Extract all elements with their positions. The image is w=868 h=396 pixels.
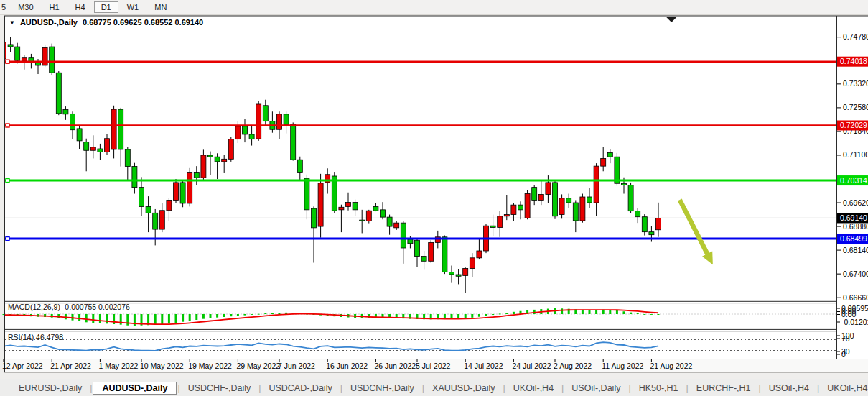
candlestick-up [594, 166, 599, 203]
macd-histogram-bar [168, 314, 170, 323]
macd-histogram-bar [126, 314, 129, 326]
macd-histogram-bar [85, 314, 88, 322]
macd-values: -0.000755 0.002076 [62, 303, 130, 311]
candlestick-down [408, 239, 413, 244]
symbol-tab-usoilh4[interactable]: USOil-,H4 [762, 382, 816, 395]
macd-histogram-bar [643, 314, 645, 315]
candlestick-down [63, 110, 68, 114]
candlestick-up [429, 242, 434, 261]
candlestick-down [387, 217, 392, 226]
date-label: 19 May 2022 [188, 362, 232, 370]
macd-histogram-bar [451, 314, 453, 319]
macd-histogram-bar [650, 314, 653, 315]
line-anchor-marker[interactable] [6, 179, 9, 183]
candlestick-down [50, 47, 55, 73]
macd-histogram-bar [478, 314, 480, 317]
candlestick-down [153, 213, 158, 229]
candlestick-down [8, 45, 13, 47]
candlestick-up [318, 183, 323, 226]
candlestick-down [607, 152, 612, 157]
candlestick-down [304, 178, 309, 210]
macd-histogram-bar [99, 314, 101, 323]
symbol-tab-ukoilh4[interactable]: UKOil-,H4 [506, 382, 561, 395]
symbol-tab-hk50h1[interactable]: HK50-,H1 [632, 382, 686, 395]
date-label: 7 Jun 2022 [278, 362, 315, 370]
rsi-axis-label: 70 [841, 334, 850, 343]
macd-label: MACD(12,26,9) -0.000755 0.002076 [8, 303, 130, 311]
candlestick-up [559, 198, 564, 215]
date-label: 29 May 2022 [236, 362, 280, 370]
candlestick-up [187, 173, 192, 203]
line-anchor-marker[interactable] [6, 237, 9, 241]
macd-histogram-bar [182, 314, 184, 322]
macd-histogram-bar [258, 314, 260, 315]
candlestick-down [622, 183, 627, 185]
symbol-tab-eurusddaily[interactable]: EURUSD-,Daily [11, 382, 89, 395]
symbol-tab-audusddaily[interactable]: AUDUSD-,Daily [93, 382, 177, 395]
date-label: 26 Jun 2022 [374, 362, 416, 370]
candlestick-down [373, 206, 378, 211]
candlestick-up [90, 147, 95, 150]
candlestick-down [70, 114, 75, 129]
candlestick-down [401, 223, 406, 248]
symbol-tab-ukoilh4[interactable]: UKOil-,H4 [820, 382, 868, 395]
candlestick-up [525, 194, 530, 218]
candlestick-down [139, 188, 144, 207]
candlestick-down [56, 73, 61, 114]
price-badge-label: 0.72029 [840, 121, 867, 129]
symbol-tab-usdchfdaily[interactable]: USDCHF-,Daily [181, 382, 258, 395]
candlestick-down [263, 106, 268, 121]
symbol-tab-usdcnhdaily[interactable]: USDCNH-,Daily [343, 382, 421, 395]
date-label: 10 May 2022 [140, 362, 184, 370]
candlestick-down [146, 206, 151, 213]
symbol-tab-usdcaddaily[interactable]: USDCAD-,Daily [261, 382, 339, 395]
candlestick-up [394, 223, 399, 228]
macd-histogram-bar [616, 310, 618, 314]
macd-histogram-bar [623, 311, 625, 314]
date-label: 16 Jun 2022 [326, 362, 368, 370]
candlestick-up [546, 183, 551, 195]
symbol-tab-eurchfh1[interactable]: EURCHF-,H1 [689, 382, 758, 395]
date-label: 11 Aug 2022 [602, 362, 643, 370]
candlestick-up [477, 251, 482, 258]
rsi-axis-label: 0 [841, 350, 846, 359]
macd-histogram-bar [561, 308, 563, 314]
line-anchor-marker[interactable] [6, 124, 9, 127]
macd-histogram-bar [106, 314, 108, 323]
candlestick-up [277, 114, 282, 129]
macd-histogram-bar [237, 314, 239, 316]
candlestick-down [532, 188, 537, 201]
candlestick-down [415, 240, 420, 256]
macd-histogram-bar [630, 313, 632, 314]
price-axis-label: 0.71100 [843, 150, 868, 159]
price-axis-label: 0.74780 [843, 32, 868, 41]
candlestick-down [77, 129, 82, 141]
candlestick-down [360, 220, 365, 221]
candlestick-up [470, 258, 475, 269]
symbol-tab-usoildaily[interactable]: USOil-,Daily [564, 382, 627, 395]
candlestick-up [346, 203, 351, 207]
chart-dropdown-icon[interactable]: ▼ [9, 19, 15, 26]
candlestick-down [490, 226, 495, 227]
price-badge-label: 0.74018 [840, 57, 867, 65]
price-axis-label: 0.69620 [843, 198, 868, 207]
symbol-tab-xauusddaily[interactable]: XAUUSD-,Daily [425, 382, 503, 395]
rsi-name: RSI(14) [8, 333, 34, 341]
price-axis-label: 0.67400 [843, 270, 868, 278]
candlestick-up [167, 200, 172, 210]
candlestick-down [36, 63, 41, 65]
candlestick-down [15, 47, 20, 60]
chart-symbol-label: AUDUSD-,Daily [20, 18, 78, 27]
candlestick-up [538, 194, 543, 200]
price-axis-label: 0.73320 [843, 79, 868, 88]
macd-histogram-bar [161, 314, 163, 324]
candlestick-up [580, 197, 585, 221]
rsi-label: RSI(14) 46.4798 [8, 333, 63, 341]
candlestick-down [421, 257, 426, 262]
macd-histogram-bar [533, 310, 536, 314]
macd-histogram-bar [589, 310, 591, 314]
macd-histogram-bar [223, 314, 225, 317]
line-anchor-marker[interactable] [6, 60, 9, 63]
macd-histogram-bar [499, 313, 501, 314]
candlestick-down [566, 198, 571, 203]
